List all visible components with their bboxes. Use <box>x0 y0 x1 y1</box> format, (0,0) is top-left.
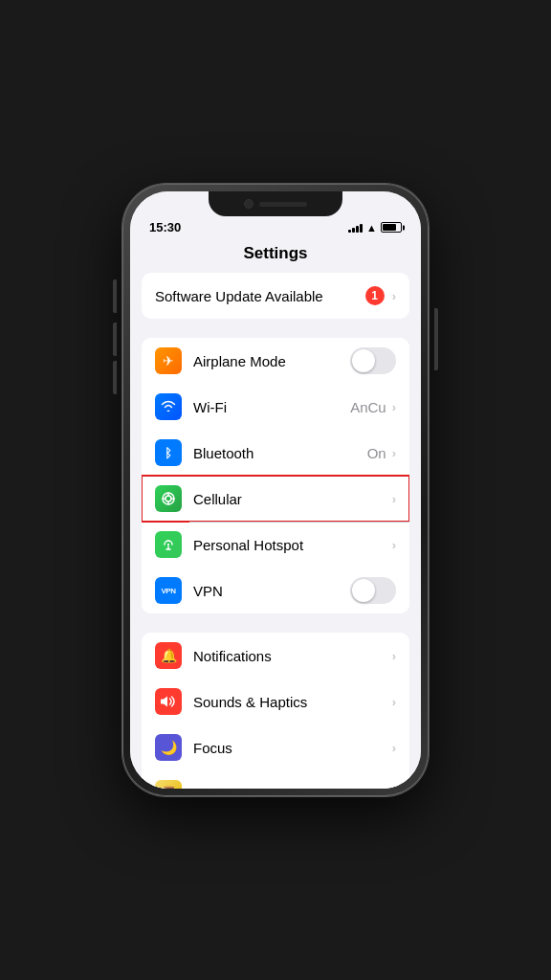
notifications-label: Notifications <box>193 648 392 664</box>
vpn-icon: VPN <box>155 577 182 604</box>
bluetooth-chevron: › <box>392 446 396 460</box>
battery-fill <box>383 224 396 231</box>
update-label: Software Update Available <box>155 288 365 304</box>
screentime-label: Screen Time <box>193 786 392 790</box>
update-chevron: › <box>392 289 396 303</box>
vpn-toggle[interactable] <box>350 577 396 604</box>
hotspot-chevron: › <box>392 538 396 552</box>
airplane-mode-label: Airplane Mode <box>193 353 350 369</box>
phone-screen: 15:30 ▲ Settings <box>130 191 421 789</box>
notifications-chevron: › <box>392 649 396 663</box>
notifications-group: 🔔 Notifications › <box>142 633 409 789</box>
airplane-mode-icon: ✈ <box>155 347 182 374</box>
bluetooth-label: Bluetooth <box>193 445 367 461</box>
toggle-knob <box>352 349 375 372</box>
focus-icon: 🌙 <box>155 734 182 761</box>
phone-frame: 15:30 ▲ Settings <box>122 184 429 796</box>
airplane-mode-row[interactable]: ✈ Airplane Mode <box>142 338 409 384</box>
notch <box>209 191 342 216</box>
wifi-status-icon: ▲ <box>366 222 377 234</box>
battery-icon <box>381 222 402 233</box>
cellular-icon <box>155 485 182 512</box>
vpn-label: VPN <box>193 583 350 599</box>
hotspot-icon <box>155 531 182 558</box>
wifi-chevron: › <box>392 400 396 414</box>
notifications-icon: 🔔 <box>155 642 182 669</box>
settings-content: Software Update Available 1 › ✈ Airplane… <box>130 273 421 789</box>
sounds-chevron: › <box>392 695 396 709</box>
front-camera <box>244 199 253 209</box>
cellular-row[interactable]: Cellular › <box>142 476 409 522</box>
hotspot-row[interactable]: Personal Hotspot › <box>142 522 409 568</box>
software-update-row[interactable]: Software Update Available 1 › <box>142 273 409 319</box>
notifications-section: 🔔 Notifications › <box>142 633 409 789</box>
speaker <box>259 202 307 207</box>
airplane-mode-toggle[interactable] <box>350 347 396 374</box>
update-section: Software Update Available 1 › <box>142 273 409 319</box>
update-badge: 1 <box>365 286 385 305</box>
vpn-toggle-knob <box>352 579 375 602</box>
bluetooth-value: On <box>367 445 386 461</box>
sounds-row[interactable]: Sounds & Haptics › <box>142 679 409 724</box>
screentime-row[interactable]: ⏳ Screen Time › <box>142 770 409 789</box>
status-time: 15:30 <box>149 220 181 234</box>
notifications-row[interactable]: 🔔 Notifications › <box>142 633 409 679</box>
focus-chevron: › <box>392 741 396 755</box>
status-icons: ▲ <box>348 222 402 234</box>
page-title: Settings <box>130 238 421 273</box>
wifi-row[interactable]: Wi-Fi AnCu › <box>142 384 409 430</box>
bluetooth-row[interactable]: ᛒ Bluetooth On › <box>142 430 409 476</box>
focus-row[interactable]: 🌙 Focus › <box>142 724 409 770</box>
cellular-chevron: › <box>392 492 396 506</box>
wifi-value: AnCu <box>350 399 386 415</box>
screentime-icon: ⏳ <box>155 780 182 789</box>
cellular-label: Cellular <box>193 491 392 507</box>
connectivity-group: ✈ Airplane Mode <box>142 338 409 613</box>
connectivity-section: ✈ Airplane Mode <box>142 338 409 613</box>
wifi-label: Wi-Fi <box>193 399 350 415</box>
svg-point-1 <box>165 496 171 501</box>
wifi-icon <box>155 393 182 420</box>
focus-label: Focus <box>193 740 392 756</box>
vpn-row[interactable]: VPN VPN <box>142 568 409 613</box>
bluetooth-icon: ᛒ <box>155 439 182 466</box>
signal-icon <box>348 223 363 233</box>
sounds-label: Sounds & Haptics <box>193 694 392 710</box>
sounds-icon <box>155 688 182 715</box>
screentime-chevron: › <box>392 787 396 790</box>
hotspot-label: Personal Hotspot <box>193 537 392 553</box>
update-group: Software Update Available 1 › <box>142 273 409 319</box>
